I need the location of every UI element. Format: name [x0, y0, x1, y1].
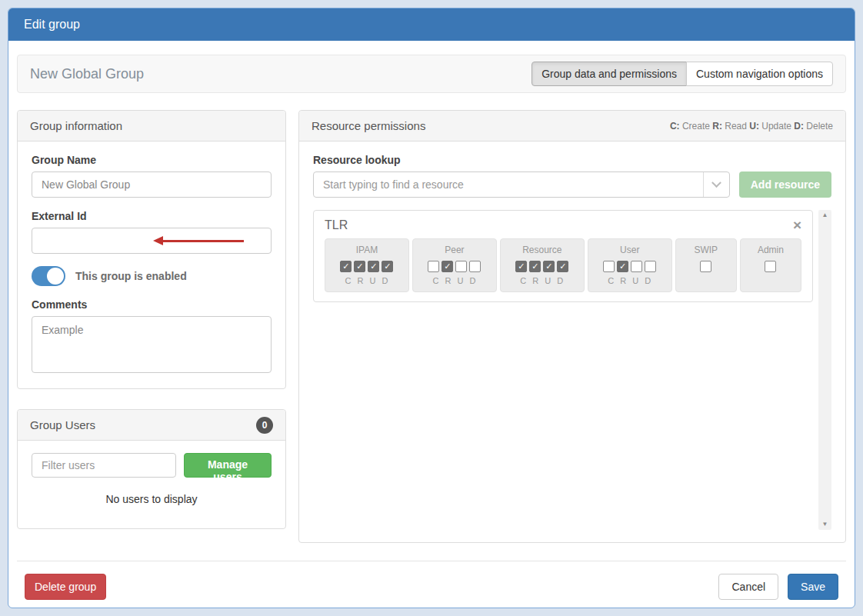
add-resource-button[interactable]: Add resource [739, 171, 831, 198]
permission-group-title: Admin [745, 245, 796, 255]
legend-key: R: [710, 121, 722, 132]
crud-letters: C R U D [505, 276, 579, 285]
external-id-label: External Id [32, 210, 272, 222]
checkbox-checked[interactable]: ✓ [354, 261, 365, 272]
permission-group-title: Resource [505, 245, 579, 255]
filter-users-input[interactable] [32, 453, 176, 478]
resource-permissions-panel: Resource permissions C: Create R: Read U… [298, 110, 846, 543]
arrow-head-icon [153, 236, 163, 245]
arrow-line [163, 240, 244, 242]
group-information-title: Group information [30, 119, 122, 132]
enabled-toggle-row: This group is enabled [32, 266, 272, 286]
scrollbar[interactable]: ▲ ▼ [818, 210, 831, 530]
checkbox-row: ✓ [593, 261, 667, 272]
crud-letters: C R U D [593, 276, 667, 285]
external-id-wrapper [32, 228, 272, 254]
crud-letters: C R U D [330, 276, 404, 285]
legend-label: Delete [804, 121, 833, 132]
permission-group-admin: Admin [740, 238, 801, 292]
legend-key: U: [747, 121, 759, 132]
toggle-knob [47, 268, 64, 285]
checkbox-checked[interactable]: ✓ [557, 261, 568, 272]
legend-key: C: [670, 121, 680, 132]
permission-group-peer: Peer✓C R U D [412, 238, 497, 292]
checkbox-unchecked[interactable] [455, 261, 467, 272]
resource-lookup-input[interactable] [313, 171, 730, 198]
group-users-panel: Group Users 0 Manage users No users to d… [17, 409, 286, 529]
checkbox-unchecked[interactable] [765, 261, 776, 272]
resource-cards: TLR × IPAM✓✓✓✓C R U DPeer✓C R U DResourc… [313, 210, 813, 302]
right-column: Resource permissions C: Create R: Read U… [298, 110, 846, 543]
permission-group-title: User [593, 245, 667, 255]
chevron-down-icon[interactable] [703, 172, 729, 197]
close-icon[interactable]: × [793, 218, 801, 232]
checkbox-checked[interactable]: ✓ [441, 261, 453, 272]
checkbox-unchecked[interactable] [645, 261, 656, 272]
group-name-label: Group Name [32, 154, 272, 166]
resource-permissions-body: Resource lookup Add resource TLR × IPAM✓… [299, 142, 845, 542]
manage-users-button[interactable]: Manage users [184, 453, 272, 478]
save-button[interactable]: Save [788, 574, 838, 600]
group-information-header: Group information [18, 111, 285, 142]
group-information-body: Group Name External Id [18, 142, 285, 388]
legend-label: Read [722, 121, 747, 132]
checkbox-checked[interactable]: ✓ [340, 261, 352, 272]
checkbox-checked[interactable]: ✓ [382, 261, 393, 272]
checkbox-unchecked[interactable] [700, 261, 711, 272]
permission-group-user: User✓C R U D [588, 238, 672, 292]
no-users-text: No users to display [32, 493, 272, 505]
left-column: Group information Group Name External Id [17, 110, 286, 543]
content-columns: Group information Group Name External Id [17, 110, 846, 543]
scroll-up-icon[interactable]: ▲ [822, 212, 828, 218]
cancel-button[interactable]: Cancel [718, 574, 778, 600]
checkbox-row: ✓✓✓✓ [330, 261, 404, 272]
delete-group-button[interactable]: Delete group [25, 574, 106, 600]
checkbox-row [745, 261, 796, 272]
checkbox-unchecked[interactable] [428, 261, 439, 272]
tab-custom-navigation-options[interactable]: Custom navigation options [686, 62, 833, 86]
resource-permissions-title: Resource permissions [312, 119, 425, 132]
comments-textarea[interactable]: Example [32, 316, 272, 373]
permission-group-title: Peer [418, 245, 491, 255]
resource-cards-scroll-area: TLR × IPAM✓✓✓✓C R U DPeer✓C R U DResourc… [313, 210, 831, 530]
modal-body: New Global Group Group data and permissi… [8, 41, 855, 600]
checkbox-row [681, 261, 731, 272]
legend-label: Create [680, 121, 710, 132]
scroll-down-icon[interactable]: ▼ [822, 521, 828, 528]
checkbox-row: ✓✓✓✓ [505, 261, 579, 272]
checkbox-checked[interactable]: ✓ [617, 261, 628, 272]
checkbox-unchecked[interactable] [469, 261, 481, 272]
tab-group: Group data and permissions Custom naviga… [531, 62, 833, 86]
permission-group-ipam: IPAM✓✓✓✓C R U D [325, 238, 409, 292]
permission-group-title: IPAM [330, 245, 404, 255]
resource-permissions-header: Resource permissions C: Create R: Read U… [299, 111, 845, 142]
red-arrow-annotation [153, 236, 244, 245]
checkbox-checked[interactable]: ✓ [368, 261, 379, 272]
tab-group-data-and-permissions[interactable]: Group data and permissions [531, 62, 687, 86]
permission-group-swip: SWIP [675, 238, 737, 292]
enabled-toggle-label: This group is enabled [75, 270, 187, 282]
modal-header: Edit group [8, 8, 855, 41]
legend-label: Update [759, 121, 791, 132]
resource-card-top: TLR × [325, 218, 801, 232]
permission-group-resource: Resource✓✓✓✓C R U D [500, 238, 585, 292]
group-name-input[interactable] [32, 171, 272, 198]
group-users-body: Manage users No users to display [18, 441, 285, 528]
crud-letters: C R U D [418, 276, 491, 285]
checkbox-unchecked[interactable] [631, 261, 642, 272]
checkbox-checked[interactable]: ✓ [543, 261, 555, 272]
modal-footer: Delete group Cancel Save [17, 561, 846, 600]
permission-groups-row: IPAM✓✓✓✓C R U DPeer✓C R U DResource✓✓✓✓C… [325, 238, 801, 292]
checkbox-checked[interactable]: ✓ [515, 261, 527, 272]
group-users-header: Group Users 0 [18, 410, 285, 441]
user-count-badge: 0 [256, 417, 273, 434]
checkbox-row: ✓ [418, 261, 491, 272]
permission-group-title: SWIP [681, 245, 731, 255]
edit-group-modal: Edit group New Global Group Group data a… [8, 8, 855, 608]
group-information-panel: Group information Group Name External Id [17, 110, 286, 389]
page-title: New Global Group [30, 66, 144, 82]
resource-card-title: TLR [325, 218, 348, 232]
checkbox-checked[interactable]: ✓ [529, 261, 541, 272]
group-enabled-toggle[interactable] [32, 266, 65, 286]
checkbox-unchecked[interactable] [603, 261, 615, 272]
